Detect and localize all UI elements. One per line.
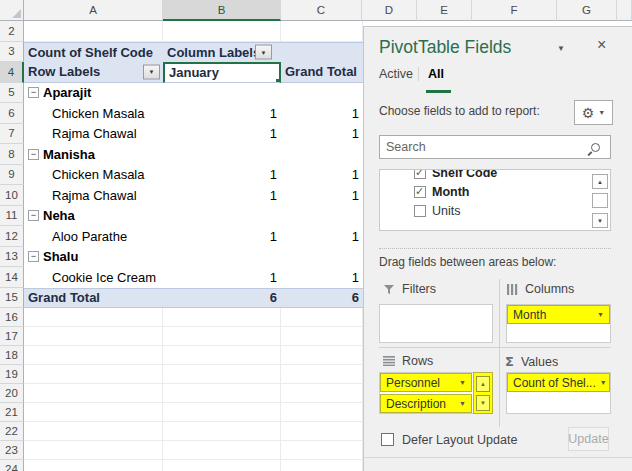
cell-C18[interactable]	[281, 346, 363, 365]
cell-A23[interactable]	[24, 441, 163, 460]
cell-C4[interactable]: Grand Total	[281, 62, 363, 83]
field-chip-count-of-shel-[interactable]: Count of Shel...▼	[507, 373, 610, 392]
cell-A21[interactable]	[24, 403, 163, 422]
update-button[interactable]: Update	[568, 427, 609, 451]
cell-A7[interactable]: Rajma Chawal	[24, 124, 163, 145]
row-header-12[interactable]: 12	[0, 226, 24, 247]
row-labels-filter-button[interactable]: ▼	[143, 64, 160, 79]
cell-B16[interactable]	[163, 308, 281, 327]
cell-A9[interactable]: Chicken Masala	[24, 165, 163, 186]
cell-B18[interactable]	[163, 346, 281, 365]
row-header-24[interactable]: 24	[0, 460, 24, 471]
search-input[interactable]: Search	[379, 135, 611, 159]
cell-B10[interactable]: 1	[163, 185, 281, 206]
row-header-20[interactable]: 20	[0, 384, 24, 403]
cell-A13[interactable]: −Shalu	[24, 247, 163, 268]
cell-A8[interactable]: −Manisha	[24, 144, 163, 165]
cell-B22[interactable]	[163, 422, 281, 441]
cell-A5[interactable]: −Aparajit	[24, 83, 163, 104]
row-header-13[interactable]: 13	[0, 247, 24, 268]
cell-C12[interactable]: 1	[281, 226, 363, 247]
field-list-scrollbar[interactable]: ▲ ▼	[592, 174, 608, 230]
checkbox-icon[interactable]	[414, 205, 426, 217]
row-header-2[interactable]: 2	[0, 21, 24, 42]
row-header-23[interactable]: 23	[0, 441, 24, 460]
cell-A14[interactable]: Cookie Ice Cream	[24, 267, 163, 288]
cell-C6[interactable]: 1	[281, 103, 363, 124]
cell-B23[interactable]	[163, 441, 281, 460]
column-header-F[interactable]: F	[472, 0, 557, 21]
cell-A18[interactable]	[24, 346, 163, 365]
cell-A10[interactable]: Rajma Chawal	[24, 185, 163, 206]
row-header-21[interactable]: 21	[0, 403, 24, 422]
checkbox-checked-icon[interactable]	[414, 169, 426, 179]
row-header-17[interactable]: 17	[0, 327, 24, 346]
cell-B3[interactable]: Column Labels▼	[163, 42, 281, 63]
cell-B19[interactable]	[163, 365, 281, 384]
row-header-22[interactable]: 22	[0, 422, 24, 441]
field-item-units[interactable]: Units	[380, 201, 610, 220]
column-header-E[interactable]: E	[417, 0, 472, 21]
field-item-shelf-code[interactable]: Shelf Code	[380, 169, 610, 182]
cell-A20[interactable]	[24, 384, 163, 403]
row-header-10[interactable]: 10	[0, 185, 24, 206]
defer-layout-checkbox[interactable]	[381, 433, 394, 446]
cell-C16[interactable]	[281, 308, 363, 327]
filters-drop-area[interactable]	[379, 304, 493, 343]
cell-B21[interactable]	[163, 403, 281, 422]
row-header-7[interactable]: 7	[0, 124, 24, 145]
collapse-icon[interactable]: −	[28, 149, 39, 160]
row-header-19[interactable]: 19	[0, 365, 24, 384]
cell-B7[interactable]: 1	[163, 124, 281, 145]
field-chip-month[interactable]: Month▼	[507, 305, 610, 324]
cell-C5[interactable]	[281, 83, 363, 104]
cell-B2[interactable]	[163, 21, 281, 42]
row-header-18[interactable]: 18	[0, 346, 24, 365]
fill-handle[interactable]	[275, 78, 280, 83]
cell-B8[interactable]	[163, 144, 281, 165]
row-header-15[interactable]: 15	[0, 288, 24, 309]
cell-C8[interactable]	[281, 144, 363, 165]
chevron-down-icon[interactable]: ▼	[455, 400, 466, 407]
field-chip-personnel[interactable]: Personnel▼	[380, 373, 472, 392]
close-icon[interactable]: ×	[597, 36, 606, 54]
cell-A6[interactable]: Chicken Masala	[24, 103, 163, 124]
rows-area-scrollbar[interactable]: ▲ ▼	[473, 372, 493, 414]
cell-C9[interactable]: 1	[281, 165, 363, 186]
cell-A15[interactable]: Grand Total	[24, 288, 163, 309]
cell-B14[interactable]: 1	[163, 267, 281, 288]
cell-B9[interactable]: 1	[163, 165, 281, 186]
row-header-16[interactable]: 16	[0, 308, 24, 327]
cell-C10[interactable]: 1	[281, 185, 363, 206]
scroll-up-icon[interactable]: ▲	[476, 376, 490, 392]
row-header-3[interactable]: 3	[0, 42, 24, 63]
scroll-down-icon[interactable]: ▼	[592, 213, 608, 228]
cell-A16[interactable]	[24, 308, 163, 327]
cell-A19[interactable]	[24, 365, 163, 384]
collapse-icon[interactable]: −	[28, 210, 39, 221]
cell-B13[interactable]	[163, 247, 281, 268]
column-header-B[interactable]: B	[163, 0, 281, 21]
field-chip-description[interactable]: Description▼	[380, 394, 472, 413]
column-header-A[interactable]: A	[24, 0, 163, 21]
cell-C7[interactable]: 1	[281, 124, 363, 145]
row-header-11[interactable]: 11	[0, 206, 24, 227]
cell-A4[interactable]: Row Labels▼	[24, 62, 163, 83]
row-header-14[interactable]: 14	[0, 267, 24, 288]
cell-A24[interactable]	[24, 460, 163, 471]
cell-C24[interactable]	[281, 460, 363, 471]
cell-B17[interactable]	[163, 327, 281, 346]
scroll-up-icon[interactable]: ▲	[592, 174, 608, 189]
collapse-icon[interactable]: −	[28, 251, 39, 262]
row-header-9[interactable]: 9	[0, 165, 24, 186]
cell-C2[interactable]	[281, 21, 363, 42]
cell-C20[interactable]	[281, 384, 363, 403]
cell-B11[interactable]	[163, 206, 281, 227]
row-header-5[interactable]: 5	[0, 83, 24, 104]
cell-A3[interactable]: Count of Shelf Code	[24, 42, 163, 63]
cell-C15[interactable]: 6	[281, 288, 363, 309]
checkbox-checked-icon[interactable]	[414, 186, 426, 198]
column-header-G[interactable]: G	[557, 0, 617, 21]
cell-C13[interactable]	[281, 247, 363, 268]
row-header-6[interactable]: 6	[0, 103, 24, 124]
